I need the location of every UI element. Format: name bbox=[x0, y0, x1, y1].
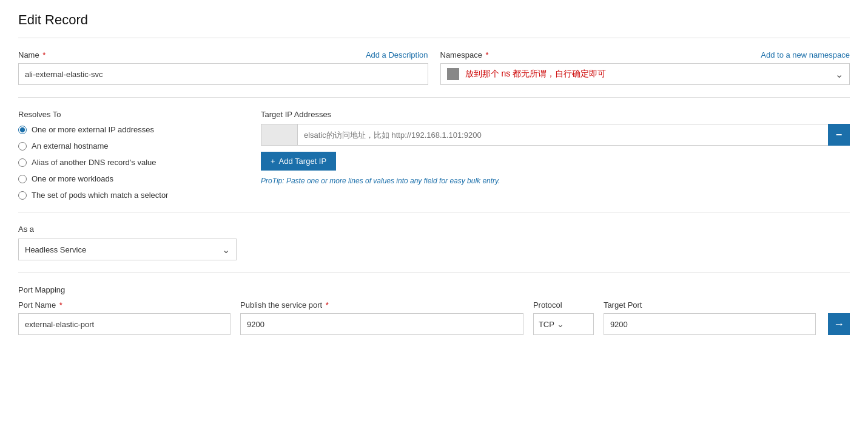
add-description-link[interactable]: Add a Description bbox=[366, 50, 428, 59]
target-port-col: Target Port bbox=[604, 300, 816, 335]
namespace-field-group: Namespace * Add to a new namespace 放到那个 … bbox=[440, 50, 850, 85]
add-target-label: Add Target IP bbox=[279, 157, 327, 166]
resolves-to-panel: Resolves To One or more external IP addr… bbox=[18, 110, 237, 200]
headless-service-value: Headless Service bbox=[25, 245, 86, 254]
namespace-required-star: * bbox=[486, 50, 489, 59]
add-icon: + bbox=[271, 157, 275, 166]
radio-item-pods[interactable]: The set of pods which match a selector bbox=[18, 191, 237, 200]
namespace-chevron-icon: ⌄ bbox=[835, 69, 843, 80]
radio-pods[interactable] bbox=[18, 191, 27, 200]
target-ip-panel: Target IP Addresses − + Add Target IP Pr… bbox=[261, 110, 850, 200]
protocol-col: Protocol TCP ⌄ bbox=[533, 300, 594, 335]
section-divider-3 bbox=[18, 273, 850, 273]
radio-alias[interactable] bbox=[18, 158, 27, 167]
radio-workloads[interactable] bbox=[18, 175, 27, 183]
name-label: Name * bbox=[18, 50, 45, 59]
ip-input-row: − bbox=[261, 124, 850, 146]
page-title: Edit Record bbox=[18, 12, 850, 28]
resolves-to-radio-group: One or more external IP addresses An ext… bbox=[18, 125, 237, 200]
radio-item-workloads[interactable]: One or more workloads bbox=[18, 174, 237, 183]
as-a-section: As a Headless Service ⌄ bbox=[18, 225, 850, 260]
radio-hostname[interactable] bbox=[18, 142, 27, 151]
ip-remove-button[interactable]: − bbox=[828, 124, 850, 146]
service-port-input[interactable] bbox=[240, 313, 523, 335]
headless-chevron-icon: ⌄ bbox=[222, 244, 230, 256]
namespace-color-swatch bbox=[447, 68, 459, 80]
port-action-col: → bbox=[826, 313, 850, 335]
resolves-section: Resolves To One or more external IP addr… bbox=[18, 110, 850, 200]
namespace-select[interactable]: 放到那个 ns 都无所谓，自行确定即可 ⌄ bbox=[440, 63, 850, 85]
radio-hostname-label: An external hostname bbox=[32, 141, 108, 151]
section-divider-2 bbox=[18, 212, 850, 212]
radio-external-ip-label: One or more external IP addresses bbox=[32, 125, 154, 134]
section-divider-1 bbox=[18, 97, 850, 98]
namespace-label: Namespace * bbox=[440, 50, 489, 59]
port-name-required: * bbox=[59, 300, 62, 310]
pro-tip-text: ProTip: Paste one or more lines of value… bbox=[261, 177, 850, 185]
headless-service-select[interactable]: Headless Service ⌄ bbox=[18, 239, 237, 260]
name-required-star: * bbox=[42, 50, 45, 59]
port-name-col-label: Port Name * bbox=[18, 300, 230, 310]
radio-pods-label: The set of pods which match a selector bbox=[32, 191, 168, 200]
radio-item-external-ip[interactable]: One or more external IP addresses bbox=[18, 125, 237, 134]
resolves-to-label: Resolves To bbox=[18, 110, 237, 119]
add-namespace-link[interactable]: Add to a new namespace bbox=[761, 50, 850, 59]
radio-item-alias[interactable]: Alias of another DNS record's value bbox=[18, 158, 237, 167]
port-name-col: Port Name * bbox=[18, 300, 230, 335]
namespace-placeholder-text: 放到那个 ns 都无所谓，自行确定即可 bbox=[465, 69, 836, 80]
as-a-label: As a bbox=[18, 225, 850, 234]
name-field-group: Name * Add a Description bbox=[18, 50, 428, 85]
service-port-col: Publish the service port * bbox=[240, 300, 523, 335]
name-label-row: Name * Add a Description bbox=[18, 50, 428, 59]
title-divider bbox=[18, 38, 850, 38]
name-namespace-row: Name * Add a Description Namespace * Add… bbox=[18, 50, 850, 85]
port-mapping-label: Port Mapping bbox=[18, 285, 850, 294]
service-port-required: * bbox=[326, 300, 329, 310]
radio-external-ip[interactable] bbox=[18, 126, 27, 134]
target-port-input[interactable] bbox=[604, 313, 816, 335]
ip-address-input[interactable] bbox=[297, 124, 828, 146]
port-mapping-section: Port Mapping Port Name * Publish the ser… bbox=[18, 285, 850, 335]
protocol-col-label: Protocol bbox=[533, 300, 594, 310]
port-columns-header: Port Name * Publish the service port * P… bbox=[18, 300, 850, 335]
add-target-ip-button[interactable]: + Add Target IP bbox=[261, 152, 336, 171]
radio-alias-label: Alias of another DNS record's value bbox=[32, 158, 156, 167]
namespace-label-row: Namespace * Add to a new namespace bbox=[440, 50, 850, 59]
radio-workloads-label: One or more workloads bbox=[32, 174, 113, 183]
protocol-chevron-icon: ⌄ bbox=[557, 319, 564, 329]
port-remove-button[interactable]: → bbox=[828, 313, 850, 335]
protocol-value: TCP bbox=[539, 320, 554, 329]
radio-item-hostname[interactable]: An external hostname bbox=[18, 141, 237, 151]
target-port-col-label: Target Port bbox=[604, 300, 816, 310]
protocol-select[interactable]: TCP ⌄ bbox=[533, 313, 594, 335]
name-input[interactable] bbox=[18, 63, 428, 85]
service-port-col-label: Publish the service port * bbox=[240, 300, 523, 310]
ip-prefix-indicator bbox=[261, 124, 297, 146]
port-name-input[interactable] bbox=[18, 313, 230, 335]
target-ip-label: Target IP Addresses bbox=[261, 110, 850, 119]
